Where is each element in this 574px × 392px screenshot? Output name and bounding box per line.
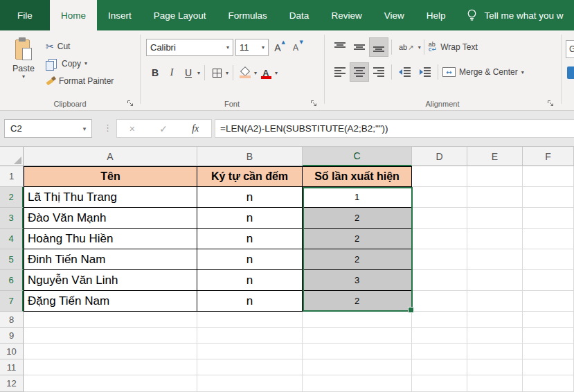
italic-button[interactable]: I bbox=[164, 64, 179, 82]
tab-page-layout[interactable]: Page Layout bbox=[143, 0, 217, 30]
fill-handle[interactable] bbox=[408, 307, 414, 313]
tell-me-box[interactable]: Tell me what you w bbox=[466, 0, 563, 30]
name-box[interactable]: C2 ▾ bbox=[4, 119, 92, 138]
row-header-2[interactable]: 2 bbox=[0, 187, 24, 208]
cell-A7[interactable]: Đặng Tiến Nam bbox=[24, 291, 197, 312]
cell-A11[interactable] bbox=[24, 359, 197, 375]
cell-B5[interactable]: n bbox=[197, 249, 303, 270]
cell-A2[interactable]: Lã Thị Thu Trang bbox=[24, 187, 197, 208]
orientation-dropdown-icon[interactable]: ▾ bbox=[418, 44, 421, 51]
cell-B1[interactable]: Ký tự cần đếm bbox=[197, 166, 303, 187]
bold-button[interactable]: B bbox=[147, 64, 163, 82]
cell-D4[interactable] bbox=[412, 229, 467, 249]
cell-C12[interactable] bbox=[303, 375, 412, 392]
cut-button[interactable]: ✂ Cut bbox=[46, 37, 114, 55]
font-dialog-launcher-icon[interactable] bbox=[310, 100, 318, 107]
cell-D5[interactable] bbox=[412, 249, 467, 270]
tab-data[interactable]: Data bbox=[278, 0, 321, 30]
font-color-button[interactable]: A bbox=[258, 64, 273, 82]
cell-C10[interactable] bbox=[303, 344, 412, 359]
tab-review[interactable]: Review bbox=[320, 0, 373, 30]
cell-D1[interactable] bbox=[412, 166, 467, 187]
font-color-dropdown-icon[interactable]: ▾ bbox=[275, 70, 278, 76]
row-header-8[interactable]: 8 bbox=[0, 312, 24, 328]
clipboard-dialog-launcher-icon[interactable] bbox=[127, 100, 134, 107]
middle-align-button[interactable] bbox=[350, 37, 369, 57]
cell-B10[interactable] bbox=[197, 344, 303, 359]
cell-C5[interactable]: 2 bbox=[303, 249, 412, 270]
top-align-button[interactable] bbox=[330, 37, 350, 57]
cell-F8[interactable] bbox=[523, 312, 574, 328]
cell-E11[interactable] bbox=[467, 359, 523, 375]
merge-center-button[interactable]: ↔ Merge & Center ▾ bbox=[442, 64, 524, 81]
fill-color-button[interactable] bbox=[237, 64, 253, 82]
cell-C3[interactable]: 2 bbox=[303, 208, 412, 229]
col-header-E[interactable]: E bbox=[467, 147, 523, 166]
font-size-combo[interactable]: 11 ▾ bbox=[235, 39, 269, 56]
row-header-4[interactable]: 4 bbox=[0, 229, 24, 249]
cell-F11[interactable] bbox=[523, 359, 574, 375]
merge-center-dropdown-icon[interactable]: ▾ bbox=[521, 69, 524, 75]
cell-F7[interactable] bbox=[523, 291, 574, 312]
cell-C4[interactable]: 2 bbox=[303, 229, 412, 249]
decrease-font-size-button[interactable]: A ▼ bbox=[287, 39, 305, 56]
cell-D9[interactable] bbox=[412, 328, 467, 344]
cell-F12[interactable] bbox=[523, 375, 574, 392]
font-size-dropdown-icon[interactable]: ▾ bbox=[262, 44, 264, 51]
tab-help[interactable]: Help bbox=[415, 0, 457, 30]
cell-A8[interactable] bbox=[24, 312, 197, 328]
row-header-12[interactable]: 12 bbox=[0, 375, 24, 392]
tab-view[interactable]: View bbox=[373, 0, 415, 30]
formula-input[interactable]: =LEN(A2)-LEN(SUBSTITUTE(A2;B2;"")) bbox=[215, 119, 574, 138]
row-header-6[interactable]: 6 bbox=[0, 270, 24, 291]
format-painter-button[interactable]: Format Painter bbox=[46, 72, 114, 89]
copy-button[interactable]: Copy ▾ bbox=[46, 55, 114, 72]
cancel-icon[interactable]: × bbox=[129, 123, 135, 134]
cell-B11[interactable] bbox=[197, 359, 303, 375]
select-all-corner[interactable] bbox=[0, 147, 24, 166]
col-header-D[interactable]: D bbox=[412, 147, 467, 166]
cell-F3[interactable] bbox=[523, 208, 574, 229]
cell-D11[interactable] bbox=[412, 359, 467, 375]
increase-indent-button[interactable] bbox=[415, 62, 435, 82]
cell-E2[interactable] bbox=[467, 187, 523, 208]
cell-F5[interactable] bbox=[523, 249, 574, 270]
cell-D10[interactable] bbox=[412, 344, 467, 359]
cell-E12[interactable] bbox=[467, 375, 523, 392]
decrease-indent-button[interactable] bbox=[395, 62, 415, 82]
cell-B2[interactable]: n bbox=[197, 187, 303, 208]
cell-A1[interactable]: Tên bbox=[24, 166, 197, 187]
tab-formulas[interactable]: Formulas bbox=[217, 0, 278, 30]
row-header-1[interactable]: 1 bbox=[0, 166, 24, 187]
cell-F9[interactable] bbox=[523, 328, 574, 344]
cell-E9[interactable] bbox=[467, 328, 523, 344]
cell-F1[interactable] bbox=[523, 166, 574, 187]
cell-C8[interactable] bbox=[303, 312, 412, 328]
cell-E10[interactable] bbox=[467, 344, 523, 359]
row-header-10[interactable]: 10 bbox=[0, 344, 24, 359]
cell-B3[interactable]: n bbox=[197, 208, 303, 229]
cell-D6[interactable] bbox=[412, 270, 467, 291]
cell-C6[interactable]: 3 bbox=[303, 270, 412, 291]
cell-E5[interactable] bbox=[467, 249, 523, 270]
col-header-C[interactable]: C bbox=[303, 147, 412, 166]
tab-home[interactable]: Home bbox=[50, 0, 97, 30]
cell-B4[interactable]: n bbox=[197, 229, 303, 249]
formula-bar-resize-handle[interactable]: ⋮ bbox=[103, 123, 112, 133]
insert-function-icon[interactable]: fx bbox=[192, 123, 199, 134]
tab-file[interactable]: File bbox=[0, 0, 50, 30]
cell-D12[interactable] bbox=[412, 375, 467, 392]
bottom-align-button[interactable] bbox=[369, 37, 388, 57]
borders-button[interactable] bbox=[209, 64, 224, 82]
cell-D3[interactable] bbox=[412, 208, 467, 229]
cell-D2[interactable] bbox=[412, 187, 467, 208]
orientation-button[interactable]: ab↗ bbox=[395, 37, 418, 57]
wrap-text-button[interactable]: abc↵ Wrap Text bbox=[429, 39, 478, 56]
cell-B8[interactable] bbox=[197, 312, 303, 328]
underline-button[interactable]: U bbox=[181, 64, 196, 82]
cell-B12[interactable] bbox=[197, 375, 303, 392]
cell-C1[interactable]: Số lần xuất hiện bbox=[303, 166, 412, 187]
cell-E6[interactable] bbox=[467, 270, 523, 291]
cell-C11[interactable] bbox=[303, 359, 412, 375]
name-box-dropdown-icon[interactable]: ▾ bbox=[78, 125, 91, 132]
